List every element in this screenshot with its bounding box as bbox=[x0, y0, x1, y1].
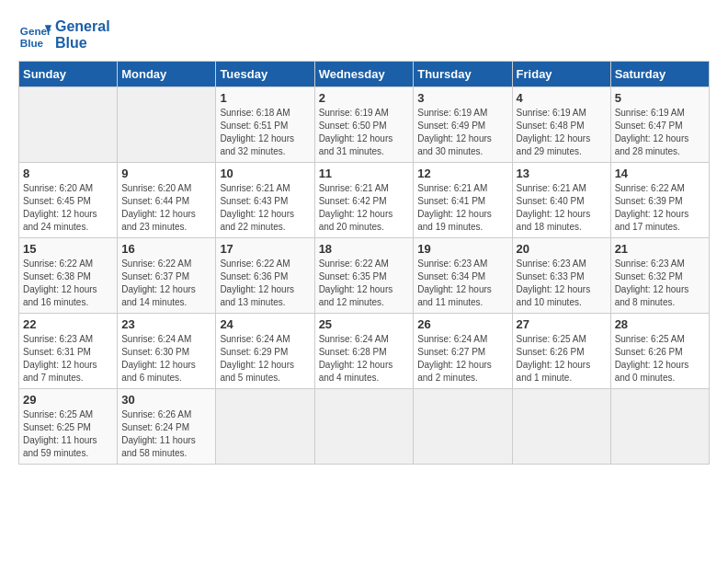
calendar-cell: 23Sunrise: 6:24 AMSunset: 6:30 PMDayligh… bbox=[118, 314, 216, 389]
calendar-cell: 17Sunrise: 6:22 AMSunset: 6:36 PMDayligh… bbox=[216, 238, 314, 314]
calendar-week-2: 8Sunrise: 6:20 AMSunset: 6:45 PMDaylight… bbox=[19, 163, 710, 238]
weekday-header-row: SundayMondayTuesdayWednesdayThursdayFrid… bbox=[19, 62, 710, 87]
calendar-cell: 12Sunrise: 6:21 AMSunset: 6:41 PMDayligh… bbox=[414, 163, 512, 238]
calendar-cell: 29Sunrise: 6:25 AMSunset: 6:25 PMDayligh… bbox=[19, 389, 118, 465]
weekday-tuesday: Tuesday bbox=[216, 62, 314, 87]
calendar-cell: 1Sunrise: 6:18 AMSunset: 6:51 PMDaylight… bbox=[216, 87, 314, 163]
calendar-cell: 18Sunrise: 6:22 AMSunset: 6:35 PMDayligh… bbox=[314, 238, 414, 314]
calendar-week-3: 15Sunrise: 6:22 AMSunset: 6:38 PMDayligh… bbox=[19, 238, 710, 314]
calendar-week-4: 22Sunrise: 6:23 AMSunset: 6:31 PMDayligh… bbox=[19, 314, 710, 389]
calendar-week-5: 29Sunrise: 6:25 AMSunset: 6:25 PMDayligh… bbox=[19, 389, 710, 465]
logo-icon: General Blue bbox=[18, 18, 51, 52]
calendar-body: 1Sunrise: 6:18 AMSunset: 6:51 PMDaylight… bbox=[19, 87, 710, 465]
svg-text:Blue: Blue bbox=[20, 37, 44, 49]
calendar-cell: 22Sunrise: 6:23 AMSunset: 6:31 PMDayligh… bbox=[19, 314, 118, 389]
calendar-cell: 4Sunrise: 6:19 AMSunset: 6:48 PMDaylight… bbox=[512, 87, 610, 163]
calendar-cell bbox=[216, 389, 314, 465]
calendar-table: SundayMondayTuesdayWednesdayThursdayFrid… bbox=[18, 61, 710, 465]
calendar-cell: 16Sunrise: 6:22 AMSunset: 6:37 PMDayligh… bbox=[118, 238, 216, 314]
calendar-cell: 15Sunrise: 6:22 AMSunset: 6:38 PMDayligh… bbox=[19, 238, 118, 314]
calendar-cell: 20Sunrise: 6:23 AMSunset: 6:33 PMDayligh… bbox=[512, 238, 610, 314]
calendar-cell: 25Sunrise: 6:24 AMSunset: 6:28 PMDayligh… bbox=[314, 314, 414, 389]
calendar-cell: 28Sunrise: 6:25 AMSunset: 6:26 PMDayligh… bbox=[610, 314, 709, 389]
calendar-cell: 27Sunrise: 6:25 AMSunset: 6:26 PMDayligh… bbox=[512, 314, 610, 389]
calendar-cell bbox=[610, 389, 709, 465]
calendar-cell: 13Sunrise: 6:21 AMSunset: 6:40 PMDayligh… bbox=[512, 163, 610, 238]
calendar-cell: 14Sunrise: 6:22 AMSunset: 6:39 PMDayligh… bbox=[610, 163, 709, 238]
calendar-cell: 3Sunrise: 6:19 AMSunset: 6:49 PMDaylight… bbox=[414, 87, 512, 163]
calendar-cell bbox=[314, 389, 414, 465]
logo-blue: Blue bbox=[55, 35, 110, 52]
calendar-cell: 5Sunrise: 6:19 AMSunset: 6:47 PMDaylight… bbox=[610, 87, 709, 163]
weekday-monday: Monday bbox=[118, 62, 216, 87]
calendar-cell: 9Sunrise: 6:20 AMSunset: 6:44 PMDaylight… bbox=[118, 163, 216, 238]
calendar-cell: 8Sunrise: 6:20 AMSunset: 6:45 PMDaylight… bbox=[19, 163, 118, 238]
weekday-saturday: Saturday bbox=[610, 62, 709, 87]
calendar-cell: 26Sunrise: 6:24 AMSunset: 6:27 PMDayligh… bbox=[414, 314, 512, 389]
weekday-sunday: Sunday bbox=[19, 62, 118, 87]
weekday-thursday: Thursday bbox=[414, 62, 512, 87]
calendar-cell: 10Sunrise: 6:21 AMSunset: 6:43 PMDayligh… bbox=[216, 163, 314, 238]
calendar-cell bbox=[414, 389, 512, 465]
calendar-cell bbox=[19, 87, 118, 163]
weekday-wednesday: Wednesday bbox=[314, 62, 414, 87]
weekday-friday: Friday bbox=[512, 62, 610, 87]
calendar-cell: 19Sunrise: 6:23 AMSunset: 6:34 PMDayligh… bbox=[414, 238, 512, 314]
calendar-cell bbox=[118, 87, 216, 163]
page-header: General Blue General Blue bbox=[18, 18, 710, 52]
logo: General Blue General Blue bbox=[18, 18, 110, 52]
calendar-cell: 11Sunrise: 6:21 AMSunset: 6:42 PMDayligh… bbox=[314, 163, 414, 238]
calendar-week-1: 1Sunrise: 6:18 AMSunset: 6:51 PMDaylight… bbox=[19, 87, 710, 163]
calendar-cell bbox=[512, 389, 610, 465]
calendar-cell: 2Sunrise: 6:19 AMSunset: 6:50 PMDaylight… bbox=[314, 87, 414, 163]
calendar-cell: 24Sunrise: 6:24 AMSunset: 6:29 PMDayligh… bbox=[216, 314, 314, 389]
logo-text: General bbox=[55, 18, 110, 34]
calendar-cell: 30Sunrise: 6:26 AMSunset: 6:24 PMDayligh… bbox=[118, 389, 216, 465]
calendar-cell: 21Sunrise: 6:23 AMSunset: 6:32 PMDayligh… bbox=[610, 238, 709, 314]
